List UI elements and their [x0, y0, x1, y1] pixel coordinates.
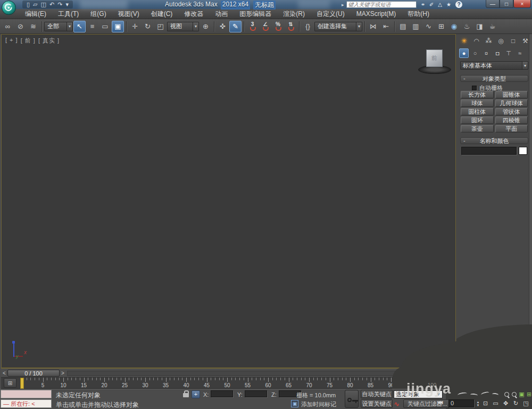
time-tag-icon[interactable]: ▣ — [291, 400, 298, 407]
new-scene-button[interactable]: ▯ — [27, 1, 30, 9]
category-helpers[interactable]: ⊤ — [504, 48, 513, 58]
maximize-button[interactable]: □ — [500, 0, 513, 8]
plane-button[interactable]: 平面 — [495, 125, 528, 132]
select-and-scale-button[interactable]: ◰ — [154, 21, 167, 32]
material-editor-button[interactable]: ◉ — [448, 21, 460, 32]
menu-group[interactable]: 组(G) — [85, 9, 112, 19]
search-input[interactable] — [346, 1, 417, 8]
tab-hierarchy[interactable]: ⁂ — [484, 36, 494, 46]
menu-animation[interactable]: 动画 — [209, 9, 234, 19]
sphere-button[interactable]: 球体 — [461, 99, 494, 107]
render-setup-button[interactable]: ♨ — [461, 21, 473, 32]
viewcube[interactable]: 前 — [418, 48, 451, 74]
category-geometry[interactable]: ● — [459, 48, 469, 58]
teapot-button[interactable]: 茶壶 — [461, 125, 494, 132]
tab-modify[interactable]: ◠ — [471, 36, 481, 46]
current-frame-field[interactable]: 0 — [448, 399, 474, 407]
quick-access-customize-button[interactable]: ▾ — [65, 1, 69, 9]
viewport-pov-menu[interactable]: [ 前 ] — [21, 37, 36, 45]
menu-edit[interactable]: 编辑(E) — [19, 9, 52, 19]
cone-button[interactable]: 圆锥体 — [495, 91, 528, 98]
menu-customize[interactable]: 自定义(U) — [311, 9, 351, 19]
curve-editor-button[interactable]: ∿ — [422, 21, 435, 32]
category-shapes[interactable]: ○ — [470, 48, 480, 58]
object-name-input[interactable] — [461, 147, 517, 155]
category-lights[interactable]: ¤ — [481, 48, 491, 58]
rollout-object-type[interactable]: - 对象类型 — [460, 75, 528, 82]
subcategory-dropdown[interactable]: 标准基本体 ▾ — [460, 61, 528, 70]
tab-display[interactable]: □ — [508, 36, 518, 46]
named-selection-sets-dropdown[interactable]: 创建选择集▾ — [314, 22, 362, 31]
mirror-button[interactable]: ⋈ — [367, 21, 379, 32]
key-selection-set-dropdown[interactable]: 选定对象 ▼ — [394, 390, 443, 398]
viewport-general-menu[interactable]: [ + ] — [5, 37, 18, 45]
save-file-button[interactable]: ◫ — [41, 1, 46, 9]
tube-button[interactable]: 管状体 — [495, 108, 528, 115]
panel-scroll-strip[interactable] — [529, 34, 532, 409]
select-by-name-button[interactable]: ≡ — [86, 21, 98, 32]
menu-create[interactable]: 创建(C) — [145, 9, 179, 19]
search-icon[interactable]: ⚭ — [421, 2, 425, 7]
help-icon[interactable]: ? — [455, 1, 462, 8]
time-slider-handle[interactable]: 0 / 100 — [7, 370, 60, 377]
torus-button[interactable]: 圆环 — [461, 116, 494, 124]
menu-maxscript[interactable]: MAXScript(M) — [351, 9, 402, 19]
autogrid-checkbox[interactable] — [472, 86, 477, 90]
communication-center-icon[interactable]: ✐ — [429, 2, 434, 7]
y-coord-field[interactable] — [245, 390, 267, 397]
cylinder-button[interactable]: 圆柱体 — [461, 108, 494, 115]
graphite-modeling-toggle[interactable]: ▥ — [410, 21, 422, 32]
manage-layers-button[interactable]: ▤ — [397, 21, 409, 32]
select-and-rotate-button[interactable]: ↻ — [142, 21, 154, 32]
edit-named-selection-sets-button[interactable]: {} — [302, 21, 314, 32]
zoom-region-icon[interactable]: ▭ — [492, 399, 499, 407]
keyboard-shortcut-override-toggle[interactable]: ✎ — [229, 21, 242, 32]
rollout-collapse-icon[interactable]: - — [463, 137, 466, 144]
menu-help[interactable]: 帮助(H) — [402, 9, 435, 19]
rollout-name-color[interactable]: - 名称和颜色 — [460, 137, 528, 144]
object-color-swatch[interactable] — [519, 147, 527, 155]
set-key-button[interactable]: 设置关键点 — [361, 399, 393, 408]
rollout-collapse-icon[interactable]: - — [463, 75, 466, 81]
add-time-tag-button[interactable]: 添加时间标记 — [301, 400, 336, 408]
spinner-snap-toggle[interactable]: ⇅ — [285, 21, 297, 32]
menu-rendering[interactable]: 渲染(R) — [277, 9, 311, 19]
use-pivot-point-center-button[interactable]: ⊕ — [200, 21, 212, 32]
schematic-view-button[interactable]: ⊞ — [435, 21, 447, 32]
render-production-button[interactable]: ☕ — [486, 21, 498, 32]
snaps-toggle-3d[interactable]: 3 — [246, 21, 259, 32]
maxscript-mini-listener[interactable]: — 所在行: < — [1, 399, 52, 408]
open-mini-curve-editor-button[interactable]: ⊞ — [4, 378, 16, 388]
unlink-selection-icon[interactable]: ⊘ — [14, 21, 27, 32]
maximize-viewport-toggle-icon[interactable]: ◳ — [522, 399, 529, 407]
category-space-warps[interactable]: ≈ — [515, 48, 525, 58]
next-frame-arrow[interactable]: > — [61, 370, 64, 377]
open-file-button[interactable]: ▱ — [33, 1, 37, 9]
window-crossing-toggle[interactable]: ▣ — [112, 21, 124, 32]
zoom-icon[interactable] — [503, 390, 510, 398]
app-logo-button[interactable] — [2, 1, 16, 15]
percent-snap-toggle[interactable]: % — [272, 21, 284, 32]
time-slider-track[interactable] — [67, 371, 452, 376]
pan-view-icon[interactable]: ✥ — [502, 399, 509, 407]
redo-button[interactable]: ↷ — [57, 1, 62, 9]
maxscript-macro-recorder[interactable] — [1, 390, 52, 398]
infocenter-expand-icon[interactable]: ▸ — [342, 2, 344, 7]
menu-tools[interactable]: 工具(T) — [52, 9, 85, 19]
pyramid-button[interactable]: 四棱锥 — [495, 116, 528, 124]
minimize-button[interactable]: — — [486, 0, 500, 8]
zoom-all-icon[interactable] — [511, 390, 518, 398]
menu-modifiers[interactable]: 修改器 — [178, 9, 209, 19]
angle-snap-toggle[interactable]: ∠ — [259, 21, 271, 32]
select-and-move-button[interactable]: ✛ — [129, 21, 141, 32]
spinner-down-icon[interactable]: ▼ — [477, 404, 480, 407]
box-button[interactable]: 长方体 — [461, 91, 494, 98]
reference-coordinate-dropdown[interactable]: 视图▾ — [167, 22, 199, 31]
viewcube-cube[interactable]: 前 — [426, 49, 443, 67]
previous-frame-arrow[interactable]: < — [3, 370, 6, 377]
close-button[interactable]: × — [513, 0, 531, 8]
favorites-star-icon[interactable]: ★ — [446, 2, 451, 7]
select-and-manipulate-button[interactable]: ✜ — [217, 21, 229, 32]
frame-spinner[interactable]: ▲ ▼ — [476, 399, 480, 407]
set-keys-button[interactable] — [345, 390, 359, 408]
